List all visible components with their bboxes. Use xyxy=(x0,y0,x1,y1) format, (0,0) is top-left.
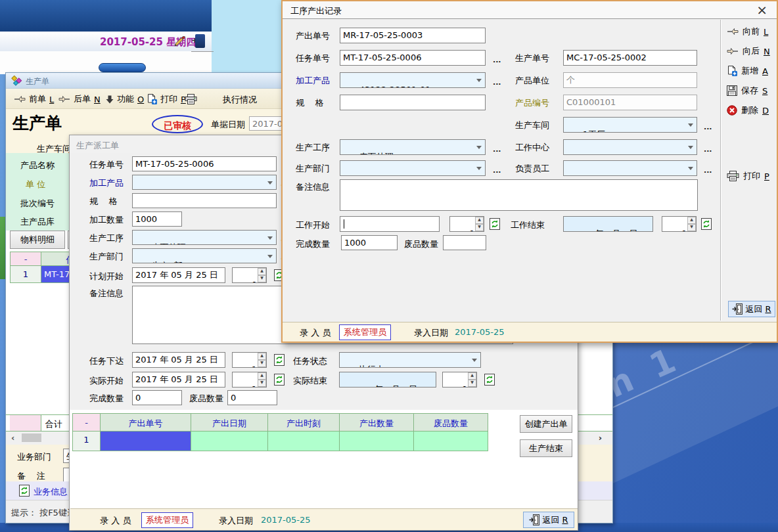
actual-end-date[interactable]: 年 月 日 xyxy=(339,372,436,388)
time-spinner[interactable]: ▲▼ xyxy=(468,372,476,387)
dlg-dept-lookup-button[interactable]: ... xyxy=(493,167,501,174)
dlg-remark-label: 备注信息 xyxy=(296,182,330,192)
door-icon xyxy=(529,514,539,525)
refresh-icon[interactable] xyxy=(484,374,495,386)
work-center-combo[interactable] xyxy=(563,139,697,155)
dept-combo[interactable]: 生产1部 xyxy=(132,248,277,263)
nav-print-button[interactable]: 打印P xyxy=(727,170,769,182)
order-total-label: 合计 xyxy=(45,419,62,429)
nav-save-button[interactable]: 保存S xyxy=(727,85,767,97)
time-spinner[interactable]: ▲▼ xyxy=(258,268,266,282)
dlg-spec-input[interactable] xyxy=(340,95,486,110)
dlg-scrap-qty-input[interactable] xyxy=(443,235,486,250)
work-end-date[interactable]: 年 月 日 xyxy=(563,216,653,232)
tools-pen-icon[interactable] xyxy=(173,36,187,47)
output-grid-cell-qty[interactable] xyxy=(340,432,414,451)
task-status-combo[interactable]: 执行中 xyxy=(339,352,481,368)
task-issued-date[interactable]: 2017 年 05 月 25 日 xyxy=(132,352,225,368)
thumbnail-blue[interactable] xyxy=(99,63,146,72)
scroll-left-arrow[interactable]: ‹ xyxy=(11,433,14,443)
dlg-process-combo[interactable]: 表面处理 xyxy=(340,139,486,155)
done-qty-input[interactable]: 0 xyxy=(132,390,182,405)
scrap-qty-input[interactable]: 0 xyxy=(227,390,277,405)
next-order-button[interactable]: 后单N xyxy=(58,93,101,105)
spec-input[interactable] xyxy=(132,193,277,208)
actual-start-time[interactable]: 13:26 ▲▼ xyxy=(232,372,267,388)
nav-delete-label: 删除 xyxy=(741,104,758,116)
work-end-time[interactable]: 00:00 ▲▼ xyxy=(662,216,697,232)
time-spinner[interactable]: ▲▼ xyxy=(258,372,266,387)
output-grid-rownum[interactable]: 1 xyxy=(72,432,101,451)
biz-info-link[interactable]: 业务信息 xyxy=(34,486,68,498)
dispatch-back-button[interactable]: 返回R xyxy=(523,512,574,528)
dlg-done-qty-input[interactable]: 1000 xyxy=(341,235,398,250)
printer-icon[interactable] xyxy=(185,94,197,104)
task-no-lookup-button[interactable]: ... xyxy=(493,57,501,64)
output-grid-col-date[interactable]: 产出日期 xyxy=(191,413,268,432)
order-no-input[interactable]: MC-17-05-25-0002 xyxy=(563,50,697,66)
refresh-icon[interactable] xyxy=(701,218,712,230)
employee-lookup-button[interactable]: ... xyxy=(704,167,712,174)
dialog-back-button[interactable]: 返回R xyxy=(728,301,775,317)
exec-status-label[interactable]: 执行情况 xyxy=(223,94,257,106)
output-no-input[interactable]: MR-17-05-25-0003 xyxy=(340,28,486,43)
time-spinner[interactable]: ▲▼ xyxy=(687,217,696,231)
prev-order-button[interactable]: 前单L xyxy=(14,93,54,105)
refresh-icon[interactable] xyxy=(274,354,285,366)
plan-start-date[interactable]: 2017 年 05 月 25 日 xyxy=(132,267,225,283)
print-menu-button[interactable]: 打印P xyxy=(147,93,186,105)
qty-label: 加工数量 xyxy=(89,215,124,225)
refresh-icon[interactable] xyxy=(19,485,30,497)
actual-end-time[interactable]: 00:00 ▲▼ xyxy=(442,372,477,388)
app-logo-icon xyxy=(195,34,205,48)
create-output-button[interactable]: 创建产出单 xyxy=(520,415,572,433)
dialog-titlebar[interactable]: 工序产出记录 × xyxy=(283,1,777,19)
work-start-date[interactable]: 年 月 日 xyxy=(340,216,440,232)
output-grid-cell-no[interactable] xyxy=(101,432,191,451)
order-grid-rownum[interactable]: 1 xyxy=(10,266,41,283)
refresh-icon[interactable] xyxy=(274,374,285,386)
work-start-time[interactable]: 00:00 ▲▼ xyxy=(449,216,484,232)
output-grid-col-scrap[interactable]: 废品数量 xyxy=(414,413,488,432)
output-grid-cell-time[interactable] xyxy=(268,432,340,451)
workshop-lookup-button[interactable]: ... xyxy=(704,124,712,131)
plan-start-time[interactable]: 00:00 ▲▼ xyxy=(232,267,267,283)
function-menu-button[interactable]: 功能O xyxy=(106,93,144,105)
dispatch-back-label: 返回 xyxy=(542,514,559,526)
output-grid-cell-scrap[interactable] xyxy=(414,432,488,451)
product-unit-input: 个 xyxy=(563,72,697,88)
product-combo[interactable]: 43122-28501-01 xyxy=(132,175,277,190)
task-issued-time[interactable]: 11:57 ▲▼ xyxy=(232,352,267,368)
dlg-product-lookup-button[interactable]: ... xyxy=(493,79,501,86)
nav-forward-button[interactable]: 向前L xyxy=(727,26,768,37)
output-grid-col-qty[interactable]: 产出数量 xyxy=(340,413,414,432)
refresh-icon[interactable] xyxy=(490,218,500,230)
output-grid-corner[interactable]: - xyxy=(72,413,101,432)
dlg-task-no-input[interactable]: MT-17-05-25-0006 xyxy=(340,50,486,66)
dlg-dept-combo[interactable] xyxy=(340,160,486,176)
task-no-input[interactable]: MT-17-05-25-0006 xyxy=(132,156,277,171)
employee-combo[interactable] xyxy=(563,160,697,176)
time-spinner[interactable]: ▲▼ xyxy=(475,217,484,231)
order-grid-corner[interactable]: - xyxy=(10,252,41,266)
nav-backward-button[interactable]: 向后N xyxy=(727,45,770,57)
dlg-product-combo[interactable]: 43122-28501-01 xyxy=(340,72,486,88)
process-combo[interactable]: 表面处理 xyxy=(132,230,277,245)
dlg-workshop-combo[interactable]: 1工厂 xyxy=(563,117,697,133)
nav-delete-button[interactable]: 删除D xyxy=(727,104,769,116)
output-grid-col-no[interactable]: 产出单号 xyxy=(101,413,191,432)
qty-input[interactable]: 1000 xyxy=(132,211,182,227)
finish-production-button[interactable]: 生产结束 xyxy=(520,439,572,457)
scroll-right-arrow[interactable]: › xyxy=(599,433,602,443)
dlg-remark-textarea[interactable] xyxy=(340,179,698,211)
output-grid-cell-date[interactable] xyxy=(191,432,268,451)
dlg-process-lookup-button[interactable]: ... xyxy=(493,146,501,153)
nav-add-button[interactable]: 新增A xyxy=(727,65,768,77)
material-detail-tab[interactable]: 物料明细 xyxy=(10,231,65,249)
work-center-lookup-button[interactable]: ... xyxy=(704,146,712,153)
close-icon[interactable]: × xyxy=(756,2,767,18)
scroll-thumb[interactable] xyxy=(22,433,41,442)
actual-start-date[interactable]: 2017 年 05 月 25 日 xyxy=(132,372,225,388)
time-spinner[interactable]: ▲▼ xyxy=(258,353,266,367)
output-grid-col-time[interactable]: 产出时刻 xyxy=(268,413,340,432)
